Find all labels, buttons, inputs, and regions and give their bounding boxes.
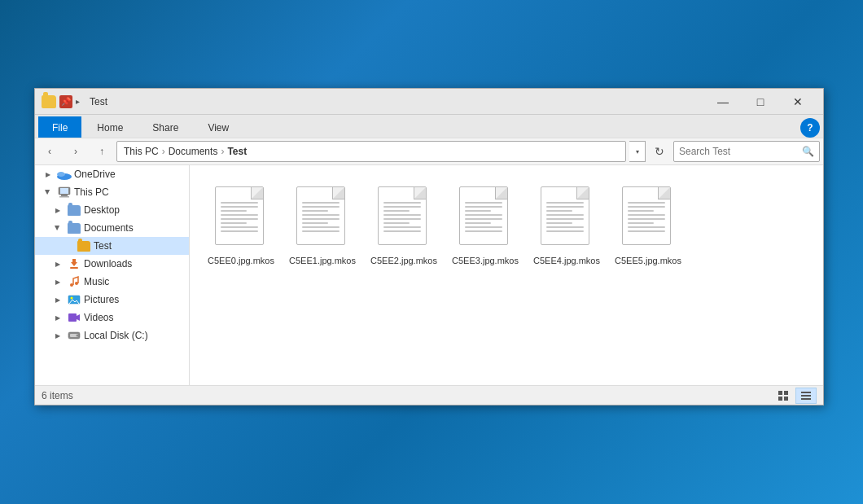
chevron-onedrive: ▶ (42, 168, 55, 181)
sidebar-item-thispc[interactable]: ▶ This PC (35, 183, 189, 201)
localdisk-icon (67, 329, 81, 342)
file-name: C5EE3.jpg.mkos (452, 255, 519, 266)
svg-rect-20 (801, 395, 811, 397)
path-thispc[interactable]: This PC (124, 146, 159, 157)
tab-file[interactable]: File (38, 116, 81, 138)
back-button[interactable]: ‹ (38, 142, 61, 161)
documents-folder-icon (67, 221, 81, 234)
sidebar-label-test: Test (94, 240, 112, 252)
search-input[interactable] (679, 146, 802, 157)
sidebar-item-onedrive[interactable]: ▶ OneDrive (35, 165, 189, 183)
file-name: C5EE2.jpg.mkos (370, 255, 437, 266)
svg-rect-3 (60, 188, 68, 194)
search-box[interactable]: 🔍 (673, 141, 820, 162)
file-item[interactable]: C5EE1.jpg.mkos (286, 180, 359, 273)
sidebar-item-music[interactable]: ▶ Music (35, 273, 189, 291)
svg-rect-15 (778, 391, 782, 395)
pictures-icon (67, 293, 81, 306)
svg-rect-18 (784, 397, 788, 401)
thispc-icon (57, 186, 72, 199)
address-bar: ‹ › ↑ This PC › Documents › Test ▾ ↻ 🔍 (35, 138, 823, 165)
sidebar-item-pictures[interactable]: ▶ Pictures (35, 291, 189, 309)
ribbon: File Home Share View ? (35, 115, 823, 138)
chevron-downloads: ▶ (51, 257, 64, 270)
svg-rect-6 (70, 267, 78, 269)
music-icon (67, 275, 81, 288)
test-folder-icon (77, 239, 91, 252)
sidebar-label-onedrive: OneDrive (74, 169, 116, 180)
svg-rect-4 (61, 195, 68, 196)
help-button[interactable]: ? (800, 118, 820, 138)
chevron-thispc: ▶ (42, 186, 55, 199)
item-count: 6 items (42, 390, 73, 401)
refresh-button[interactable]: ↻ (649, 141, 670, 162)
minimize-button[interactable]: — (704, 89, 742, 115)
svg-rect-16 (784, 391, 788, 395)
chevron-videos: ▶ (51, 311, 64, 324)
svg-rect-17 (778, 397, 782, 401)
svg-rect-21 (801, 398, 811, 400)
file-item[interactable]: C5EE2.jpg.mkos (367, 180, 440, 273)
path-test[interactable]: Test (227, 146, 247, 157)
sidebar-item-documents[interactable]: ▶ Documents (35, 219, 189, 237)
window-title: Test (90, 96, 704, 107)
view-list-button[interactable] (773, 388, 794, 404)
downloads-icon (67, 257, 81, 270)
ribbon-tabs: File Home Share View ? (35, 115, 823, 138)
svg-rect-11 (68, 313, 77, 322)
sidebar-item-desktop[interactable]: ▶ Desktop (35, 201, 189, 219)
up-button[interactable]: ↑ (90, 142, 113, 161)
title-bar-icons: 📌 ▸ (42, 95, 80, 108)
file-name: C5EE4.jpg.mkos (533, 255, 600, 266)
tab-share[interactable]: Share (138, 116, 192, 138)
maximize-button[interactable]: □ (742, 89, 779, 115)
file-item[interactable]: C5EE3.jpg.mkos (449, 180, 522, 273)
file-name: C5EE0.jpg.mkos (208, 255, 274, 266)
sidebar-item-videos[interactable]: ▶ Videos (35, 309, 189, 327)
chevron-pictures: ▶ (51, 293, 64, 306)
svg-rect-5 (59, 196, 69, 198)
sidebar-label-downloads: Downloads (84, 258, 132, 270)
address-dropdown[interactable]: ▾ (629, 141, 646, 162)
desktop-folder-icon (67, 204, 81, 217)
tab-view[interactable]: View (194, 116, 243, 138)
chevron-localdisk: ▶ (51, 329, 64, 342)
address-path[interactable]: This PC › Documents › Test (116, 141, 626, 162)
folder-icon-title (42, 95, 56, 108)
search-icon: 🔍 (802, 146, 814, 157)
forward-button[interactable]: › (64, 142, 87, 161)
close-button[interactable]: ✕ (779, 89, 817, 115)
sidebar-item-test[interactable]: ▶ Test (35, 237, 189, 255)
main-area: ▶ OneDrive ▶ (35, 165, 823, 385)
path-documents[interactable]: Documents (169, 146, 218, 157)
status-bar: 6 items (35, 385, 823, 405)
sidebar-label-thispc: This PC (74, 186, 109, 198)
file-item[interactable]: C5EE5.jpg.mkos (611, 180, 685, 273)
right-panel: C5EE0.jpg.mkosC5EE1.jpg.mkosC5EE2.jpg.mk… (190, 165, 823, 385)
sidebar-label-music: Music (84, 276, 109, 287)
videos-icon (67, 311, 81, 324)
tab-home[interactable]: Home (83, 116, 137, 138)
onedrive-icon (57, 168, 72, 181)
chevron-documents: ▶ (51, 221, 64, 234)
explorer-window: 📌 ▸ Test — □ ✕ File Home Share View ? ‹ … (34, 88, 824, 405)
chevron-music: ▶ (51, 275, 64, 288)
sidebar-item-localdisk[interactable]: ▶ Local Disk (C:) (35, 327, 189, 344)
path-sep-2: › (221, 146, 224, 157)
title-controls: — □ ✕ (704, 89, 817, 115)
title-arrow-icon: ▸ (76, 97, 80, 106)
svg-point-1 (57, 172, 65, 177)
sidebar-label-localdisk: Local Disk (C:) (84, 330, 148, 341)
sidebar-item-downloads[interactable]: ▶ Downloads (35, 255, 189, 273)
left-panel: ▶ OneDrive ▶ (35, 165, 190, 385)
sidebar-label-desktop: Desktop (84, 204, 120, 216)
view-controls (773, 388, 817, 404)
svg-rect-19 (801, 392, 811, 393)
view-detail-button[interactable] (795, 388, 817, 404)
svg-point-14 (77, 335, 79, 337)
title-bar: 📌 ▸ Test — □ ✕ (35, 89, 823, 115)
file-name: C5EE1.jpg.mkos (289, 255, 356, 266)
file-item[interactable]: C5EE4.jpg.mkos (530, 180, 603, 273)
file-item[interactable]: C5EE0.jpg.mkos (204, 180, 278, 273)
chevron-desktop: ▶ (51, 204, 64, 217)
